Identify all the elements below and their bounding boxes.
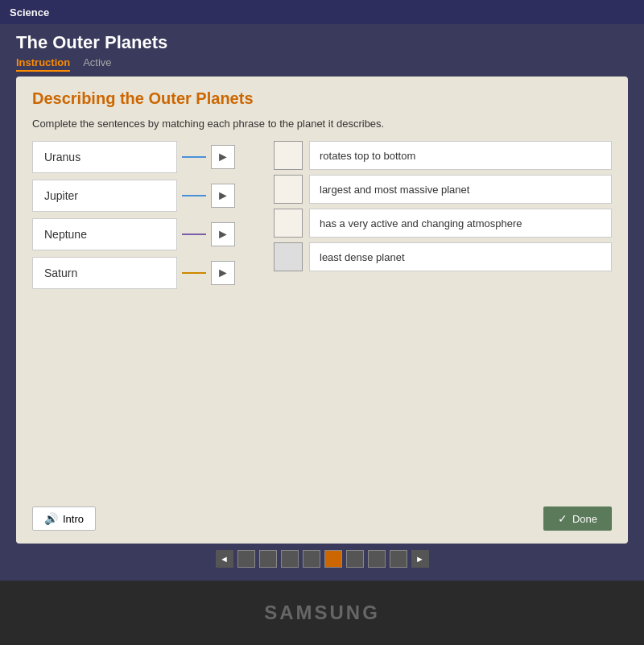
arrow-btn-neptune[interactable]: ►: [211, 222, 235, 246]
connector-neptune: [182, 234, 206, 235]
description-text-2: largest and most massive planet: [320, 184, 469, 196]
tab-active[interactable]: Active: [83, 56, 111, 72]
arrow-btn-saturn[interactable]: ►: [211, 261, 235, 285]
nav-square-8[interactable]: [390, 550, 407, 568]
planet-name-neptune: Neptune: [44, 228, 87, 241]
lesson-title: The Outer Planets: [16, 32, 628, 53]
screen: The Outer Planets Instruction Active Des…: [0, 24, 644, 581]
description-text-4: least dense planet: [320, 251, 405, 263]
navigation-bar: ◄ ►: [16, 544, 628, 574]
intro-button[interactable]: Intro: [32, 506, 96, 531]
connector-uranus: [182, 156, 206, 158]
descriptions-column: rotates top to bottom largest and most m…: [274, 141, 612, 497]
planet-name-uranus: Uranus: [44, 151, 80, 163]
intro-label: Intro: [63, 513, 84, 525]
drop-target-2[interactable]: [274, 175, 303, 204]
planet-name-jupiter: Jupiter: [44, 189, 78, 202]
nav-square-7[interactable]: [368, 550, 386, 568]
drop-row-3: has a very active and changing atmospher…: [274, 209, 612, 238]
connector-saturn: [182, 272, 206, 274]
description-2: largest and most massive planet: [309, 175, 612, 204]
nav-square-5[interactable]: [324, 550, 342, 568]
nav-square-1[interactable]: [237, 550, 255, 568]
nav-square-2[interactable]: [259, 550, 277, 568]
next-arrow-icon: ►: [415, 554, 424, 564]
done-label: Done: [572, 513, 597, 525]
drop-target-1[interactable]: [274, 141, 303, 170]
drop-target-4[interactable]: [274, 242, 303, 271]
connector-jupiter: [182, 195, 206, 196]
samsung-logo: SAMSUNG: [264, 602, 380, 624]
arrow-btn-uranus[interactable]: ►: [211, 145, 235, 169]
matching-container: Uranus ► Jupiter ► Neptune: [32, 141, 612, 497]
planet-row-saturn: Saturn ►: [32, 257, 258, 289]
nav-prev-button[interactable]: ◄: [216, 550, 233, 568]
nav-next-button[interactable]: ►: [411, 550, 429, 568]
planet-row-uranus: Uranus ►: [32, 141, 258, 173]
planet-box-neptune: Neptune: [32, 218, 177, 250]
planet-box-uranus: Uranus: [32, 141, 177, 173]
planet-row-neptune: Neptune ►: [32, 218, 258, 250]
planet-box-jupiter: Jupiter: [32, 180, 177, 212]
description-4: least dense planet: [309, 242, 612, 271]
description-1: rotates top to bottom: [309, 141, 612, 170]
nav-square-6[interactable]: [346, 550, 364, 568]
top-bar: Science: [0, 0, 644, 24]
lesson-tabs: Instruction Active: [16, 56, 628, 72]
content-bottom: Intro Done: [32, 506, 612, 531]
nav-square-3[interactable]: [281, 550, 299, 568]
planet-name-saturn: Saturn: [44, 267, 77, 279]
lesson-header: The Outer Planets Instruction Active: [16, 32, 628, 72]
activity-title: Describing the Outer Planets: [32, 89, 612, 108]
subject-label: Science: [10, 6, 49, 19]
instructions-text: Complete the sentences by matching each …: [32, 118, 612, 130]
description-3: has a very active and changing atmospher…: [309, 209, 612, 238]
drop-row-2: largest and most massive planet: [274, 175, 612, 204]
tab-instruction[interactable]: Instruction: [16, 56, 70, 72]
arrow-btn-jupiter[interactable]: ►: [211, 184, 235, 208]
speaker-icon: [44, 512, 58, 525]
drop-row-1: rotates top to bottom: [274, 141, 612, 170]
brand-area: SAMSUNG: [0, 581, 644, 645]
content-area: Describing the Outer Planets Complete th…: [16, 76, 628, 544]
drop-row-4: least dense planet: [274, 242, 612, 271]
description-text-1: rotates top to bottom: [320, 150, 415, 162]
planets-column: Uranus ► Jupiter ► Neptune: [32, 141, 258, 497]
planet-box-saturn: Saturn: [32, 257, 177, 289]
check-icon: [558, 512, 568, 525]
done-button[interactable]: Done: [543, 506, 612, 531]
nav-square-4[interactable]: [303, 550, 320, 568]
description-text-3: has a very active and changing atmospher…: [320, 217, 522, 229]
drop-target-3[interactable]: [274, 209, 303, 238]
prev-arrow-icon: ◄: [220, 554, 229, 564]
planet-row-jupiter: Jupiter ►: [32, 180, 258, 212]
